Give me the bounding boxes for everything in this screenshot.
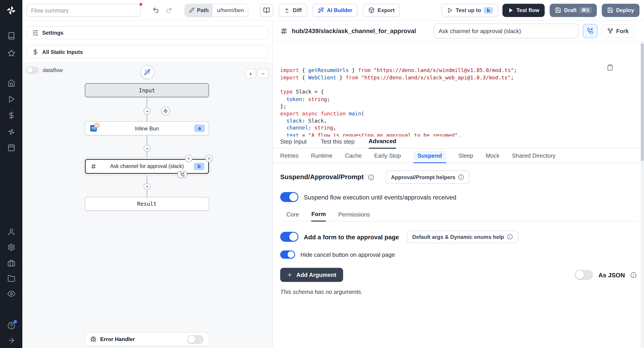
hide-cancel-toggle[interactable]	[280, 250, 295, 259]
info-icon[interactable]	[630, 272, 636, 278]
insert-step-button[interactable]	[185, 155, 192, 162]
info-icon	[507, 234, 513, 240]
ai-builder-button[interactable]: AI Builder	[312, 4, 358, 17]
tab-mock[interactable]: Mock	[486, 152, 500, 159]
code-line: import { getResumeUrls } from "https://d…	[280, 67, 626, 74]
test-up-to-button[interactable]: Test up to b	[442, 4, 498, 17]
zap-icon	[163, 108, 168, 114]
star-icon[interactable]	[7, 49, 15, 57]
eye-icon[interactable]	[7, 290, 15, 298]
error-handler-toggle[interactable]	[187, 334, 204, 344]
code-line: slack: Slack,	[280, 117, 626, 124]
book-open-icon	[264, 7, 270, 14]
suspend-toggle[interactable]	[280, 192, 298, 202]
tab-test-this-step[interactable]: Test this step	[321, 138, 354, 148]
tab-advanced[interactable]: Advanced	[368, 138, 396, 148]
draft-button[interactable]: Draft ⌘S	[550, 4, 596, 17]
node-result[interactable]: Result	[85, 197, 209, 211]
notebook-icon[interactable]	[7, 32, 15, 40]
info-icon	[458, 174, 464, 180]
phone-incoming-icon	[180, 172, 184, 177]
docs-button[interactable]	[260, 4, 273, 17]
step-summary-input[interactable]	[434, 24, 578, 38]
tab-permissions[interactable]: Permissions	[338, 211, 370, 221]
code-line: export async function main(	[280, 110, 626, 117]
default-args-help-button[interactable]: Default args & Dynamic enums help	[407, 230, 518, 243]
home-icon[interactable]	[7, 79, 15, 87]
static-inputs-row[interactable]: All Static Inputs	[26, 45, 268, 58]
error-handler-row[interactable]: Error Handler	[85, 332, 209, 346]
scrollbar-thumb[interactable]	[641, 43, 644, 161]
hub-script-path[interactable]: hub/2439/slack/ask_channel_for_approval	[292, 27, 416, 34]
diff-icon	[284, 7, 290, 13]
flow-settings-row[interactable]: Settings	[26, 26, 268, 39]
ai-flow-button[interactable]	[140, 65, 154, 79]
tab-step-input[interactable]: Step Input	[280, 138, 306, 148]
code-line: channel: string,	[280, 124, 626, 132]
flow-canvas[interactable]: dataflow + − Input TS	[22, 62, 272, 348]
test-flow-button[interactable]: Test flow	[502, 4, 544, 17]
approval-helpers-button[interactable]: Approval/Prompt helpers	[386, 171, 469, 184]
insert-step-button[interactable]	[144, 183, 150, 190]
node-id-badge: b	[194, 162, 204, 170]
code-line: };	[280, 103, 626, 110]
add-trigger-button[interactable]	[161, 106, 170, 116]
tab-cache[interactable]: Cache	[345, 152, 362, 159]
flow-summary-input[interactable]	[26, 4, 141, 17]
tab-sleep[interactable]: Sleep	[458, 152, 473, 159]
gear-icon[interactable]	[7, 243, 15, 251]
suspend-enabled-button[interactable]	[582, 24, 598, 38]
tab-shared-directory[interactable]: Shared Directory	[512, 152, 555, 159]
add-argument-button[interactable]: Add Argument	[280, 268, 343, 282]
tab-early-stop[interactable]: Early Stop	[374, 152, 401, 159]
as-json-toggle[interactable]	[575, 270, 593, 280]
help-icon[interactable]	[7, 321, 15, 330]
typescript-icon: TS	[90, 125, 97, 132]
tab-suspend[interactable]: Suspend	[413, 151, 446, 160]
export-button[interactable]: Export	[363, 4, 400, 17]
flow-editor-panel: Settings All Static Inputs dataflow + − …	[22, 21, 273, 348]
undo-button[interactable]	[150, 4, 162, 16]
dollar-icon[interactable]	[7, 111, 15, 119]
deploy-button[interactable]: Deploy	[602, 4, 640, 17]
path-editor[interactable]: Path u/henri/ben	[185, 4, 248, 17]
error-handler-label: Error Handler	[100, 336, 135, 342]
slack-hash-icon	[90, 164, 96, 169]
save-icon	[607, 7, 613, 13]
folder-icon[interactable]	[7, 274, 15, 282]
tab-retries[interactable]: Retries	[280, 152, 298, 159]
info-icon[interactable]	[368, 174, 374, 180]
windmill-icon[interactable]	[7, 128, 15, 136]
windmill-logo[interactable]	[6, 5, 16, 16]
insert-step-button[interactable]	[144, 108, 150, 114]
tab-runtime[interactable]: Runtime	[311, 152, 333, 159]
code-line: text = "A flow is requesting an approval…	[280, 132, 626, 136]
diff-button[interactable]: Diff	[278, 4, 307, 17]
git-fork-icon	[607, 28, 613, 34]
dataflow-toggle[interactable]	[26, 67, 39, 74]
panel-scrollbar[interactable]	[641, 42, 644, 348]
delete-step-button[interactable]	[205, 155, 213, 162]
node-inline-bun[interactable]: TS Inline Bun a	[85, 121, 209, 135]
zoom-out-button[interactable]: −	[258, 69, 268, 78]
redo-button[interactable]	[163, 4, 175, 16]
tab-core[interactable]: Core	[286, 211, 299, 221]
add-form-toggle[interactable]	[280, 232, 298, 242]
hide-cancel-label: Hide cancel button on approval page	[300, 251, 395, 258]
copy-code-button[interactable]	[607, 50, 632, 85]
collapse-arrow-icon[interactable]	[7, 336, 15, 344]
play-icon	[508, 7, 514, 13]
briefcase-icon[interactable]	[7, 259, 15, 267]
code-line: type Slack = {	[280, 88, 626, 96]
code-editor[interactable]: import { getResumeUrls } from "https://d…	[273, 42, 644, 137]
runs-play-icon[interactable]	[7, 95, 15, 103]
user-icon[interactable]	[7, 228, 15, 236]
zoom-in-button[interactable]: +	[245, 69, 256, 78]
bun-icon	[94, 123, 100, 128]
node-input[interactable]: Input	[85, 83, 209, 97]
tab-form[interactable]: Form	[312, 211, 326, 222]
code-line: import { WebClient } from "https://deno.…	[280, 74, 626, 81]
calendar-icon[interactable]	[7, 143, 15, 152]
insert-step-button[interactable]	[144, 145, 150, 152]
fork-button[interactable]: Fork	[602, 24, 634, 37]
